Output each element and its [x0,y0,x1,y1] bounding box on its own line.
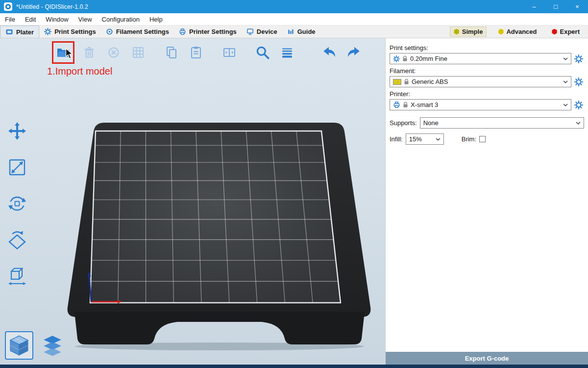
export-gcode-button[interactable]: Export G-code [386,352,588,365]
gizmo-toolbar [6,120,28,288]
gear-icon [574,54,583,63]
menu-view[interactable]: View [74,13,97,25]
view-switch [5,331,67,360]
app-logo-icon [4,2,12,11]
tab-filament-settings[interactable]: Filament Settings [101,26,174,38]
toolbar-separator [302,53,315,53]
bed-front-skirt [74,312,365,344]
gear-icon [574,101,583,109]
brim-checkbox[interactable] [479,136,486,142]
redo-button[interactable] [344,43,364,62]
tab-plater[interactable]: Plater [0,26,39,38]
mode-expert[interactable]: Expert [548,27,583,36]
maximize-button[interactable]: □ [545,0,566,13]
lock-icon [404,79,409,85]
chevron-down-icon [576,122,581,125]
arrange-icon [131,45,146,60]
filament-value: Generic ABS [412,78,448,85]
search-button[interactable] [253,43,272,62]
mode-simple[interactable]: Simple [450,26,487,37]
chevron-down-icon [436,138,441,141]
delete-button[interactable] [79,43,99,62]
mode-label: Expert [560,28,580,35]
infill-combo[interactable]: 15% [406,133,444,145]
tab-printer-settings[interactable]: Printer Settings [174,26,242,38]
place-on-face-icon [6,229,28,251]
tab-label: Device [257,28,277,35]
tab-label: Plater [16,28,34,36]
split-objects-button[interactable] [220,43,239,62]
paste-icon [189,45,203,60]
mode-label: Simple [462,28,483,35]
move-button[interactable] [6,120,28,142]
filament-edit-button[interactable] [573,77,584,87]
chevron-down-icon [563,104,568,106]
tab-label: Guide [297,28,316,35]
minimize-button[interactable]: – [523,0,545,13]
printer-value: X-smart 3 [411,101,438,108]
variable-layer-height-icon [280,45,294,60]
filament-color-swatch [393,79,401,85]
supports-label: Supports: [390,119,417,127]
supports-value: None [423,119,439,127]
tab-device[interactable]: Device [242,26,282,38]
delete-all-button[interactable] [104,43,123,62]
redo-icon [346,45,362,60]
bed-plate [90,131,341,303]
tab-guide[interactable]: Guide [282,26,320,38]
printer-label: Printer: [390,90,584,98]
lock-icon [402,55,408,62]
menu-configuration[interactable]: Configuration [97,13,145,25]
menu-file[interactable]: File [0,13,20,25]
viewport-3d[interactable]: 1.Import model [0,38,385,365]
settings-sidebar: Print settings: 0.20mm Fine Filament: Ge… [385,38,588,365]
print-settings-value: 0.20mm Fine [410,55,447,62]
rotate-button[interactable] [6,192,28,215]
brim-label: Brim: [462,135,476,143]
print-bed[interactable] [63,120,376,350]
paste-button[interactable] [186,43,206,62]
variable-layer-height-button[interactable] [277,43,297,62]
tab-label: Printer Settings [189,28,237,35]
menu-edit[interactable]: Edit [20,13,41,25]
window-bottom-edge [0,365,588,368]
preview-view-button[interactable] [38,331,67,360]
editor-view-button[interactable] [5,331,33,360]
expert-mode-icon [552,29,558,35]
plater-icon [5,28,13,36]
menu-help[interactable]: Help [145,13,168,25]
size-button[interactable] [6,265,28,288]
supports-combo[interactable]: None [420,117,584,129]
copy-button[interactable] [162,43,181,62]
guide-icon [287,28,294,35]
search-icon [255,45,270,60]
printer-edit-button[interactable] [573,100,584,110]
app-window: *Untitled - QIDISlicer-1.0.2 – □ × File … [0,0,588,368]
chevron-down-icon [563,80,568,83]
printer-icon [179,28,186,35]
split-objects-icon [222,45,237,60]
copy-icon [164,45,179,60]
print-settings-edit-button[interactable] [573,53,584,64]
arrange-button[interactable] [128,43,148,62]
gear-icon [44,28,51,35]
print-settings-combo[interactable]: 0.20mm Fine [390,53,571,64]
chevron-down-icon [563,57,568,60]
filament-icon [106,28,113,35]
place-on-face-button[interactable] [6,229,28,251]
mode-advanced[interactable]: Advanced [494,27,540,36]
gear-icon [574,78,583,86]
close-button[interactable]: × [566,0,588,13]
printer-combo[interactable]: X-smart 3 [390,99,571,110]
tab-print-settings[interactable]: Print Settings [39,26,101,38]
gear-icon [393,55,400,62]
filament-combo[interactable]: Generic ABS [390,76,571,87]
scale-button[interactable] [6,156,28,179]
tab-label: Filament Settings [116,28,169,35]
menu-window[interactable]: Window [41,13,73,25]
infill-label: Infill: [390,135,403,143]
rotate-icon [6,193,28,214]
toolbar-separator [153,53,157,53]
menu-bar: File Edit Window View Configuration Help [0,13,588,26]
undo-button[interactable] [319,43,339,62]
